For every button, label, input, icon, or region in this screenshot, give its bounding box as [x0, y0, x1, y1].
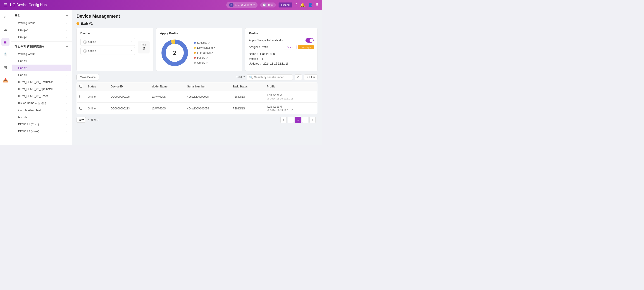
move-device-button[interactable]: Move Device — [76, 74, 99, 80]
legend-success[interactable]: Success > — [194, 41, 215, 44]
nav-item-bslab[interactable]: BSLab Demo 사전 검증 ··· — [12, 100, 71, 107]
legend-inprogress[interactable]: in-progress > — [194, 51, 215, 54]
profile-info-card: Profile Apply Change Automatically Assig… — [245, 28, 318, 71]
select-all-checkbox[interactable] — [80, 85, 82, 88]
org-name: 사교육 태블릿 — [235, 3, 252, 7]
current-page-button[interactable]: 1 — [295, 117, 301, 123]
item-more-icon[interactable]: ··· — [64, 87, 67, 91]
item-more-icon[interactable]: ··· — [64, 102, 67, 105]
nav-item-group-a[interactable]: Group A ··· — [12, 27, 71, 34]
nav-item-ilab2[interactable]: iLab #2 ··· — [12, 65, 71, 71]
profile-detail: Name : iLab #2 설정 Version : 6 Updated : … — [249, 52, 314, 66]
filter-button[interactable]: ≡ Filter — [304, 74, 318, 80]
row-serial-number: 406WDLH000008 — [184, 91, 230, 103]
nav-home[interactable]: ⌂ — [1, 13, 10, 21]
nav-tree: 웅진 + Waiting Group ··· Group A ··· Group… — [11, 10, 72, 145]
offline-count: 0 — [131, 49, 132, 53]
section-add-icon[interactable]: + — [66, 14, 68, 18]
timer-display: 🕐 00:00 — [260, 3, 276, 8]
apply-profile-title: Apply Profile — [160, 32, 238, 35]
device-rows: ℹ Online 0 ℹ Offline 0 — [80, 38, 135, 56]
nav-devices[interactable]: ▣ — [1, 38, 10, 46]
per-page-select[interactable]: 10 ▾ — [76, 117, 86, 123]
prev-page-button[interactable]: ‹ — [288, 117, 294, 123]
org-badge[interactable]: B 사교육 태블릿 ▾ — [226, 2, 257, 8]
item-more-icon[interactable]: ··· — [64, 109, 67, 112]
menu-icon[interactable]: ☰ — [4, 3, 7, 8]
nav-item-itsw01[interactable]: ITSW_DEMO_01_Restriction ··· — [12, 79, 71, 85]
nav-divider — [11, 42, 72, 42]
nav-section-label-2: 해법수학 (태블릿연동) — [14, 44, 44, 49]
nav-item-ilab3[interactable]: iLab #3 ··· — [12, 72, 71, 78]
row-checkbox[interactable] — [80, 95, 82, 98]
last-page-button[interactable]: » — [309, 117, 316, 123]
total-count: 2 — [142, 46, 145, 51]
nav-inbox[interactable]: 📥 — [1, 76, 10, 84]
table-row: Online DD0000000195 10AWM20S 406WDLH0000… — [77, 91, 318, 103]
item-more-icon[interactable]: ··· — [64, 52, 67, 56]
total-label: Total — [141, 43, 146, 46]
legend-failure[interactable]: Failure > — [194, 56, 215, 59]
table-settings-button[interactable]: ⚙ — [294, 74, 302, 80]
donut-center-num: 2 — [173, 49, 176, 56]
legend-others[interactable]: Others > — [194, 61, 215, 64]
nav-cloud[interactable]: ☁ — [1, 25, 10, 34]
group-dot-icon — [76, 22, 79, 25]
nav-item-itsw02[interactable]: ITSW_DEMO_02_AppInstall ··· — [12, 86, 71, 92]
item-more-icon[interactable]: ··· — [64, 130, 67, 133]
item-more-icon[interactable]: ··· — [64, 35, 67, 39]
nav-item-demo2[interactable]: DEMO #2 (Kiosk) ··· — [12, 128, 71, 135]
nav-grid[interactable]: ⊞ — [1, 64, 10, 72]
profile-updated-row: Updated : 2024-11-15 12:31:16 — [249, 61, 314, 66]
nav-item-group-b[interactable]: Group B ··· — [12, 34, 71, 41]
apps-icon[interactable]: ⠿ — [316, 3, 318, 8]
legend-dot-inprogress — [194, 52, 196, 54]
item-more-icon[interactable]: ··· — [64, 116, 67, 119]
nav-item-waiting-group-1[interactable]: Waiting Group ··· — [12, 20, 71, 27]
nav-item-itsw03[interactable]: ITSW_DEMO_03_Reset ··· — [12, 93, 71, 100]
nav-item-demo1[interactable]: DEMO #1 (Cust.) ··· — [12, 121, 71, 128]
assigned-profile-row: Assigned Profile Select Unassign — [249, 45, 314, 49]
item-more-icon[interactable]: ··· — [64, 28, 67, 32]
item-more-icon[interactable]: ··· — [64, 66, 67, 70]
item-more-icon[interactable]: ··· — [64, 59, 67, 63]
row-checkbox[interactable] — [80, 107, 82, 110]
search-input[interactable] — [254, 76, 290, 79]
info-icon-2: ℹ — [83, 49, 87, 53]
notification-icon[interactable]: 🔔 — [300, 3, 305, 8]
section-add-icon-2[interactable]: + — [66, 44, 68, 49]
profile-action-buttons: Select Unassign — [284, 45, 314, 49]
next-page-button[interactable]: › — [302, 117, 308, 123]
first-page-button[interactable]: « — [280, 117, 287, 123]
legend-downloading[interactable]: Downloading > — [194, 46, 215, 49]
unassign-profile-button[interactable]: Unassign — [298, 45, 314, 49]
item-more-icon[interactable]: ··· — [64, 21, 67, 25]
nav-item-testch[interactable]: test_ch ··· — [12, 114, 71, 121]
legend-dot-others — [194, 62, 196, 64]
search-input-wrap[interactable]: 🔍 — [247, 74, 293, 80]
device-stats: ℹ Online 0 ℹ Offline 0 — [80, 38, 150, 56]
online-label: Online — [88, 40, 96, 44]
extend-button[interactable]: Extend — [278, 3, 292, 8]
nav-documents[interactable]: 📋 — [1, 51, 10, 59]
header-right: B 사교육 태블릿 ▾ 🕐 00:00 Extend ? 🔔 👤 ⠿ — [226, 2, 318, 8]
nav-section-haebub[interactable]: 해법수학 (태블릿연동) + — [11, 43, 72, 50]
item-more-icon[interactable]: ··· — [64, 94, 67, 98]
user-icon[interactable]: 👤 — [308, 3, 313, 8]
item-more-icon[interactable]: ··· — [64, 73, 67, 77]
nav-item-waiting-group-2[interactable]: Waiting Group ··· — [12, 51, 71, 57]
item-more-icon[interactable]: ··· — [64, 123, 67, 126]
select-profile-button[interactable]: Select — [284, 45, 297, 49]
table-header-row: Status Device ID Model Name Serial Numbe… — [77, 83, 318, 91]
nav-item-taskbar[interactable]: iLab_Taskbar_Test ··· — [12, 107, 71, 114]
nav-section-ungjin[interactable]: 웅진 + — [11, 12, 72, 20]
nav-item-ilab1[interactable]: iLab #1 ··· — [12, 58, 71, 64]
row-device-id: DD0000000195 — [108, 91, 149, 103]
item-more-icon[interactable]: ··· — [64, 80, 67, 84]
total-badge: Total 2 — [138, 41, 150, 54]
help-icon[interactable]: ? — [295, 3, 297, 8]
clock-icon: 🕐 — [262, 4, 266, 7]
row-serial-number: 404WDCV000059 — [184, 103, 230, 114]
row-device-id: DD0000000213 — [108, 103, 149, 114]
auto-change-toggle[interactable] — [306, 38, 314, 43]
